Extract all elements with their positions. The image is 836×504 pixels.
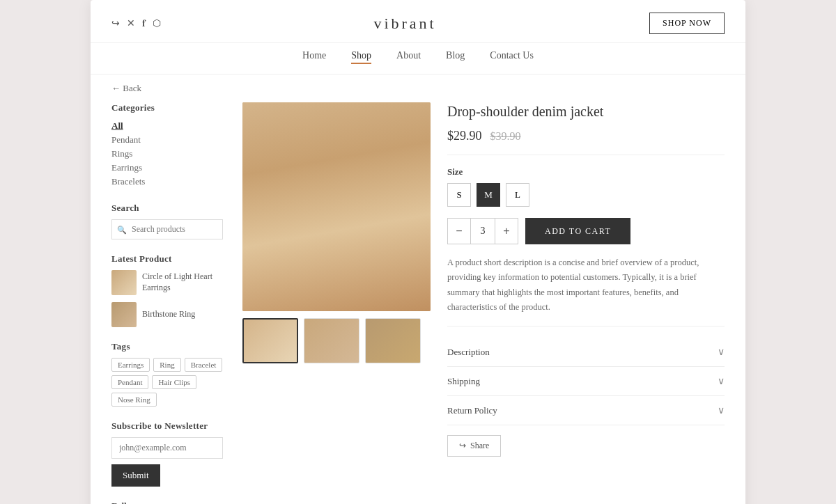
category-bracelets[interactable]: Bracelets (111, 175, 223, 189)
chevron-down-icon: ∨ (718, 404, 725, 416)
category-rings[interactable]: Rings (111, 147, 223, 161)
product-thumb-1 (111, 270, 137, 295)
size-l-button[interactable]: L (506, 183, 529, 207)
nav-contact[interactable]: Contact Us (490, 50, 534, 64)
size-options: S M L (447, 183, 725, 207)
product-description: A product short description is a concise… (447, 255, 725, 326)
follow-section: Follow ✕ 𝐟 ⬡ (111, 501, 223, 504)
search-input[interactable] (111, 219, 223, 239)
category-all[interactable]: All (111, 119, 223, 133)
share-icon: ↪ (459, 441, 466, 451)
tag-bracelet[interactable]: Bracelet (185, 358, 223, 372)
share-button[interactable]: ↪ Share (447, 435, 501, 457)
twitter-icon[interactable]: ✕ (127, 17, 135, 29)
nav-about[interactable]: About (396, 50, 421, 64)
brand-logo: vibrant (373, 15, 436, 33)
product-thumb-2 (111, 302, 137, 327)
tag-pendant[interactable]: Pendant (111, 375, 148, 389)
quantity-value: 3 (470, 219, 495, 244)
size-m-button[interactable]: M (477, 183, 500, 207)
share-icon[interactable]: ↪ (111, 17, 120, 29)
quantity-increase-button[interactable]: + (495, 219, 518, 244)
shop-now-button[interactable]: SHOP NOW (649, 13, 725, 34)
price-current: $29.90 (447, 129, 482, 143)
facebook-icon[interactable]: 𝐟 (142, 18, 146, 29)
product-name-1: Circle of Light Heart Earrings (142, 271, 223, 293)
product-images (242, 102, 431, 504)
search-title: Search (111, 203, 223, 214)
product-thumbnails (242, 318, 431, 363)
nav-home[interactable]: Home (302, 50, 326, 64)
instagram-icon[interactable]: ⬡ (153, 17, 161, 29)
accordion-shipping: Shipping ∨ (447, 367, 725, 396)
tag-hair-clips[interactable]: Hair Clips (152, 375, 196, 389)
nav-shop[interactable]: Shop (351, 50, 371, 64)
categories-section: Categories All Pendant Rings Earrings Br… (111, 102, 223, 189)
accordion-description: Description ∨ (447, 338, 725, 367)
size-s-button[interactable]: S (447, 183, 471, 207)
newsletter-email-input[interactable] (111, 437, 223, 459)
product-image-bg (242, 102, 431, 311)
size-label: Size (447, 166, 725, 178)
chevron-down-icon: ∨ (718, 375, 725, 387)
categories-title: Categories (111, 102, 223, 113)
newsletter-section: Subscribe to Newsletter Submit (111, 420, 223, 487)
add-to-cart-button[interactable]: ADD TO CART (525, 218, 630, 244)
follow-title: Follow (111, 501, 223, 504)
category-pendant[interactable]: Pendant (111, 133, 223, 147)
back-link[interactable]: ← Back (111, 83, 141, 94)
newsletter-submit-button[interactable]: Submit (111, 464, 160, 487)
tag-nose-ring[interactable]: Nose Ring (111, 393, 157, 407)
accordion-return-label: Return Policy (447, 405, 497, 416)
product-title: Drop-shoulder denim jacket (447, 102, 725, 120)
share-label: Share (470, 441, 489, 451)
main-layout: Categories All Pendant Rings Earrings Br… (91, 102, 745, 504)
search-section: Search 🔍 (111, 203, 223, 239)
latest-product-section: Latest Product Circle of Light Heart Ear… (111, 253, 223, 327)
product-thumbnail-2[interactable] (304, 318, 359, 363)
accordion-description-header[interactable]: Description ∨ (447, 338, 725, 366)
quantity-cart-row: − 3 + ADD TO CART (447, 218, 725, 244)
product-thumbnail-1[interactable] (242, 318, 298, 363)
main-nav: Home Shop About Blog Contact Us (91, 43, 745, 74)
quantity-control: − 3 + (447, 218, 518, 244)
product-area: Drop-shoulder denim jacket $29.90 $39.90… (242, 102, 725, 504)
chevron-down-icon: ∨ (718, 346, 725, 358)
product-main-image (242, 102, 431, 311)
breadcrumb: ← Back (91, 74, 745, 102)
accordion-return-header[interactable]: Return Policy ∨ (447, 396, 725, 425)
latest-product-item[interactable]: Birthstone Ring (111, 302, 223, 327)
accordion-shipping-label: Shipping (447, 376, 480, 387)
accordion-shipping-header[interactable]: Shipping ∨ (447, 367, 725, 395)
search-box: 🔍 (111, 219, 223, 239)
product-name-2: Birthstone Ring (142, 309, 195, 320)
newsletter-title: Subscribe to Newsletter (111, 420, 223, 432)
header: ↪ ✕ 𝐟 ⬡ vibrant SHOP NOW (91, 0, 745, 43)
quantity-decrease-button[interactable]: − (448, 219, 470, 244)
latest-product-title: Latest Product (111, 253, 223, 265)
price-row: $29.90 $39.90 (447, 129, 725, 155)
price-original: $39.90 (490, 130, 521, 143)
product-details: Drop-shoulder denim jacket $29.90 $39.90… (447, 102, 725, 504)
accordion-description-label: Description (447, 347, 490, 358)
accordion-return: Return Policy ∨ (447, 396, 725, 425)
search-icon: 🔍 (117, 225, 127, 234)
social-icons: ↪ ✕ 𝐟 ⬡ (111, 17, 161, 29)
product-thumbnail-3[interactable] (365, 318, 421, 363)
category-earrings[interactable]: Earrings (111, 161, 223, 175)
tag-ring[interactable]: Ring (153, 358, 180, 372)
tags-container: Earrings Ring Bracelet Pendant Hair Clip… (111, 358, 223, 407)
tag-earrings[interactable]: Earrings (111, 358, 150, 372)
tags-section: Tags Earrings Ring Bracelet Pendant Hair… (111, 341, 223, 407)
tags-title: Tags (111, 341, 223, 352)
sidebar: Categories All Pendant Rings Earrings Br… (111, 102, 223, 504)
nav-blog[interactable]: Blog (446, 50, 465, 64)
latest-product-item[interactable]: Circle of Light Heart Earrings (111, 270, 223, 295)
